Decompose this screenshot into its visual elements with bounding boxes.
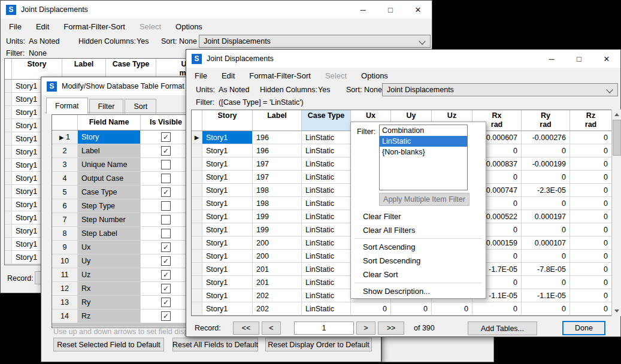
cell[interactable]: 0 (432, 302, 472, 316)
field-row[interactable]: 5Case Type✓ (52, 186, 192, 199)
field-visible-cell[interactable]: ✓ (141, 131, 192, 144)
popup-menu-sort-descending[interactable]: Sort Descending (351, 254, 486, 268)
field-visible-cell[interactable]: ✓ (141, 254, 192, 268)
cell[interactable]: 0 (570, 131, 612, 144)
reset-selected-field-button[interactable]: Reset Selected Field to Default (53, 338, 164, 351)
column-header-is-visible[interactable]: Is Visible (141, 115, 192, 131)
field-name-cell[interactable]: Step Type (78, 199, 141, 213)
cell[interactable]: 0 (570, 250, 612, 263)
cell[interactable]: Story1 (202, 276, 253, 289)
back-titlebar[interactable]: S Joint Displacements ─ □ ✕ (1, 1, 432, 19)
cell[interactable]: 0 (522, 223, 570, 236)
visible-checkbox[interactable]: ✓ (161, 132, 171, 142)
field-row-number[interactable]: 9 (52, 241, 78, 254)
field-row[interactable]: 12Rx✓ (52, 282, 192, 296)
cell[interactable]: 0 (570, 289, 612, 302)
field-visible-cell[interactable]: ✓ (141, 296, 192, 310)
cell[interactable]: Story1 (202, 210, 253, 223)
field-name-cell[interactable]: Unique Name (78, 158, 141, 172)
table-select-combo[interactable]: Joint Displacements (382, 83, 618, 96)
cell[interactable]: LinStatic (302, 210, 351, 223)
popup-menu-sort-ascending[interactable]: Sort Ascending (351, 240, 486, 254)
cell[interactable]: Story1 (202, 157, 253, 171)
cell[interactable]: Story1 (202, 223, 253, 236)
cell[interactable]: 197 (253, 157, 302, 171)
field-name-cell[interactable]: Step Number (78, 213, 141, 227)
minimize-icon[interactable]: ─ (538, 50, 565, 68)
column-header-field-name[interactable]: Field Name (78, 115, 141, 131)
cell[interactable]: -7.8E-05 (522, 263, 570, 276)
menu-format-filter-sort[interactable]: Format-Filter-Sort (242, 69, 318, 83)
cell[interactable]: LinStatic (302, 197, 351, 210)
popup-menu-clear-sort[interactable]: Clear Sort (351, 268, 486, 281)
filter-option--non-blanks-[interactable]: {Non-blanks} (380, 147, 467, 157)
cell[interactable]: 0 (472, 302, 522, 316)
close-icon[interactable]: ✕ (593, 50, 620, 68)
cell[interactable]: 0 (570, 302, 612, 316)
cell[interactable]: 0 (522, 302, 570, 316)
record-first-button[interactable]: << (233, 321, 259, 335)
field-row[interactable]: 6Step Type (52, 199, 192, 213)
field-visible-cell[interactable]: ✓ (141, 241, 192, 254)
filter-option-combination[interactable]: Combination (380, 125, 467, 136)
cell[interactable]: LinStatic (302, 144, 351, 157)
cell[interactable]: 0 (522, 276, 570, 289)
visible-checkbox[interactable] (161, 160, 171, 169)
field-name-cell[interactable]: Story (78, 131, 141, 144)
field-row-number[interactable]: 6 (52, 199, 78, 213)
cell[interactable]: 198 (253, 197, 302, 210)
cell[interactable]: 0 (351, 302, 391, 316)
cell[interactable]: Story1 (202, 197, 253, 210)
cell[interactable]: LinStatic (302, 250, 351, 263)
field-row-number[interactable]: 3 (52, 158, 78, 172)
cell[interactable]: 0 (570, 197, 612, 210)
visible-checkbox[interactable]: ✓ (161, 242, 171, 252)
reset-all-fields-button[interactable]: Reset All Fields to Default (172, 338, 258, 351)
visible-checkbox[interactable]: ✓ (161, 256, 171, 266)
field-name-cell[interactable]: Uy (78, 254, 141, 268)
menu-format-filter-sort[interactable]: Format-Filter-Sort (56, 20, 132, 34)
cell[interactable]: 0.000197 (522, 210, 570, 223)
field-row-number[interactable]: 11 (52, 268, 78, 282)
record-last-button[interactable]: >> (378, 321, 404, 335)
field-name-cell[interactable]: Label (78, 144, 141, 158)
field-visible-cell[interactable] (141, 172, 192, 186)
cell[interactable]: Story1 (202, 250, 253, 263)
field-row-number[interactable]: 12 (52, 282, 78, 296)
cell[interactable]: 200 (253, 250, 302, 263)
field-row[interactable]: 2Label✓ (52, 144, 192, 158)
menu-options[interactable]: Options (354, 69, 395, 83)
cell[interactable]: 0 (522, 144, 570, 157)
column-header-ry[interactable]: Ryrad (522, 110, 570, 131)
field-row-number[interactable]: 8 (52, 227, 78, 241)
field-visible-cell[interactable]: ✓ (141, 310, 192, 323)
cell[interactable]: 202 (253, 302, 302, 316)
visible-checkbox[interactable]: ✓ (161, 298, 171, 307)
field-row-number[interactable]: 14 (52, 310, 78, 323)
close-icon[interactable]: ✕ (404, 1, 432, 19)
cell[interactable]: Story1 (202, 131, 253, 144)
column-header-label[interactable]: Label (253, 110, 302, 131)
cell[interactable]: Story1 (202, 144, 253, 157)
vertical-scrollbar[interactable] (611, 110, 621, 316)
column-header-case-type[interactable]: Case Type (302, 110, 351, 131)
visible-checkbox[interactable]: ✓ (161, 311, 171, 321)
filter-options-listbox[interactable]: CombinationLinStatic{Non-blanks} (379, 125, 468, 190)
cell[interactable]: LinStatic (302, 276, 351, 289)
record-next-button[interactable]: > (356, 321, 375, 335)
scroll-up-icon[interactable] (612, 110, 621, 120)
field-row[interactable]: 4Output Case (52, 172, 192, 186)
cell[interactable]: -0.000276 (522, 131, 570, 144)
minimize-icon[interactable]: ─ (349, 1, 377, 19)
tab-format[interactable]: Format (46, 98, 88, 114)
record-prev-button[interactable]: < (262, 321, 281, 335)
menu-options[interactable]: Options (168, 20, 210, 34)
field-name-cell[interactable]: Rz (78, 310, 141, 323)
cell[interactable]: 196 (253, 144, 302, 157)
cell[interactable]: LinStatic (302, 157, 351, 171)
field-name-cell[interactable]: Rx (78, 282, 141, 296)
field-row-number[interactable]: ▶ 1 (52, 131, 78, 144)
field-row-number[interactable]: 7 (52, 213, 78, 227)
cell[interactable]: 0 (570, 144, 612, 157)
field-name-cell[interactable]: Ry (78, 296, 141, 310)
